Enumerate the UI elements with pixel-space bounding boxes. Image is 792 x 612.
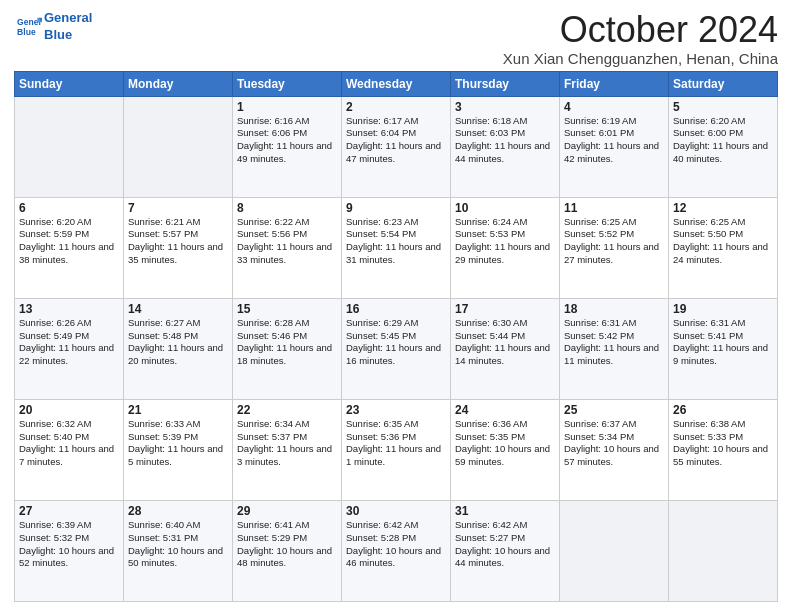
calendar-week-2: 6Sunrise: 6:20 AM Sunset: 5:59 PM Daylig… — [15, 197, 778, 298]
day-info: Sunrise: 6:36 AM Sunset: 5:35 PM Dayligh… — [455, 418, 555, 469]
calendar-cell — [560, 500, 669, 601]
calendar-cell: 15Sunrise: 6:28 AM Sunset: 5:46 PM Dayli… — [233, 298, 342, 399]
calendar-cell: 6Sunrise: 6:20 AM Sunset: 5:59 PM Daylig… — [15, 197, 124, 298]
day-info: Sunrise: 6:23 AM Sunset: 5:54 PM Dayligh… — [346, 216, 446, 267]
day-number: 6 — [19, 201, 119, 215]
day-info: Sunrise: 6:25 AM Sunset: 5:50 PM Dayligh… — [673, 216, 773, 267]
weekday-header-row: SundayMondayTuesdayWednesdayThursdayFrid… — [15, 71, 778, 96]
day-info: Sunrise: 6:37 AM Sunset: 5:34 PM Dayligh… — [564, 418, 664, 469]
logo-blue: Blue — [44, 27, 72, 42]
day-info: Sunrise: 6:22 AM Sunset: 5:56 PM Dayligh… — [237, 216, 337, 267]
day-info: Sunrise: 6:25 AM Sunset: 5:52 PM Dayligh… — [564, 216, 664, 267]
calendar-cell — [15, 96, 124, 197]
day-info: Sunrise: 6:38 AM Sunset: 5:33 PM Dayligh… — [673, 418, 773, 469]
calendar-week-1: 1Sunrise: 6:16 AM Sunset: 6:06 PM Daylig… — [15, 96, 778, 197]
calendar-cell: 26Sunrise: 6:38 AM Sunset: 5:33 PM Dayli… — [669, 399, 778, 500]
day-number: 1 — [237, 100, 337, 114]
day-number: 7 — [128, 201, 228, 215]
weekday-wednesday: Wednesday — [342, 71, 451, 96]
day-info: Sunrise: 6:20 AM Sunset: 6:00 PM Dayligh… — [673, 115, 773, 166]
calendar-cell: 30Sunrise: 6:42 AM Sunset: 5:28 PM Dayli… — [342, 500, 451, 601]
logo-general: General — [44, 10, 92, 25]
day-info: Sunrise: 6:19 AM Sunset: 6:01 PM Dayligh… — [564, 115, 664, 166]
weekday-saturday: Saturday — [669, 71, 778, 96]
calendar-cell: 28Sunrise: 6:40 AM Sunset: 5:31 PM Dayli… — [124, 500, 233, 601]
day-number: 29 — [237, 504, 337, 518]
calendar-cell — [669, 500, 778, 601]
calendar-cell: 1Sunrise: 6:16 AM Sunset: 6:06 PM Daylig… — [233, 96, 342, 197]
day-info: Sunrise: 6:30 AM Sunset: 5:44 PM Dayligh… — [455, 317, 555, 368]
day-info: Sunrise: 6:34 AM Sunset: 5:37 PM Dayligh… — [237, 418, 337, 469]
calendar-cell: 9Sunrise: 6:23 AM Sunset: 5:54 PM Daylig… — [342, 197, 451, 298]
calendar-cell: 18Sunrise: 6:31 AM Sunset: 5:42 PM Dayli… — [560, 298, 669, 399]
calendar-cell: 19Sunrise: 6:31 AM Sunset: 5:41 PM Dayli… — [669, 298, 778, 399]
weekday-thursday: Thursday — [451, 71, 560, 96]
day-number: 4 — [564, 100, 664, 114]
day-info: Sunrise: 6:17 AM Sunset: 6:04 PM Dayligh… — [346, 115, 446, 166]
calendar-cell: 17Sunrise: 6:30 AM Sunset: 5:44 PM Dayli… — [451, 298, 560, 399]
day-number: 20 — [19, 403, 119, 417]
page-subtitle: Xun Xian Chengguanzhen, Henan, China — [503, 50, 778, 67]
calendar-cell: 8Sunrise: 6:22 AM Sunset: 5:56 PM Daylig… — [233, 197, 342, 298]
day-number: 12 — [673, 201, 773, 215]
day-number: 15 — [237, 302, 337, 316]
calendar-cell: 29Sunrise: 6:41 AM Sunset: 5:29 PM Dayli… — [233, 500, 342, 601]
day-info: Sunrise: 6:31 AM Sunset: 5:41 PM Dayligh… — [673, 317, 773, 368]
weekday-friday: Friday — [560, 71, 669, 96]
calendar-cell: 13Sunrise: 6:26 AM Sunset: 5:49 PM Dayli… — [15, 298, 124, 399]
logo-icon: General Blue — [14, 13, 42, 41]
calendar-cell: 11Sunrise: 6:25 AM Sunset: 5:52 PM Dayli… — [560, 197, 669, 298]
weekday-tuesday: Tuesday — [233, 71, 342, 96]
day-info: Sunrise: 6:42 AM Sunset: 5:27 PM Dayligh… — [455, 519, 555, 570]
day-number: 28 — [128, 504, 228, 518]
calendar-week-5: 27Sunrise: 6:39 AM Sunset: 5:32 PM Dayli… — [15, 500, 778, 601]
day-info: Sunrise: 6:32 AM Sunset: 5:40 PM Dayligh… — [19, 418, 119, 469]
day-number: 25 — [564, 403, 664, 417]
day-number: 23 — [346, 403, 446, 417]
day-info: Sunrise: 6:28 AM Sunset: 5:46 PM Dayligh… — [237, 317, 337, 368]
day-number: 21 — [128, 403, 228, 417]
calendar-cell: 21Sunrise: 6:33 AM Sunset: 5:39 PM Dayli… — [124, 399, 233, 500]
day-number: 11 — [564, 201, 664, 215]
day-number: 22 — [237, 403, 337, 417]
calendar-cell: 2Sunrise: 6:17 AM Sunset: 6:04 PM Daylig… — [342, 96, 451, 197]
logo-text: General Blue — [44, 10, 92, 44]
day-number: 9 — [346, 201, 446, 215]
calendar-cell: 7Sunrise: 6:21 AM Sunset: 5:57 PM Daylig… — [124, 197, 233, 298]
day-info: Sunrise: 6:24 AM Sunset: 5:53 PM Dayligh… — [455, 216, 555, 267]
calendar-cell: 3Sunrise: 6:18 AM Sunset: 6:03 PM Daylig… — [451, 96, 560, 197]
svg-text:Blue: Blue — [17, 27, 36, 37]
day-number: 24 — [455, 403, 555, 417]
day-number: 13 — [19, 302, 119, 316]
page-title: October 2024 — [503, 10, 778, 50]
calendar-cell — [124, 96, 233, 197]
day-number: 10 — [455, 201, 555, 215]
title-block: October 2024 Xun Xian Chengguanzhen, Hen… — [503, 10, 778, 67]
day-number: 31 — [455, 504, 555, 518]
calendar-cell: 20Sunrise: 6:32 AM Sunset: 5:40 PM Dayli… — [15, 399, 124, 500]
calendar-cell: 25Sunrise: 6:37 AM Sunset: 5:34 PM Dayli… — [560, 399, 669, 500]
day-info: Sunrise: 6:39 AM Sunset: 5:32 PM Dayligh… — [19, 519, 119, 570]
day-info: Sunrise: 6:20 AM Sunset: 5:59 PM Dayligh… — [19, 216, 119, 267]
calendar-cell: 31Sunrise: 6:42 AM Sunset: 5:27 PM Dayli… — [451, 500, 560, 601]
day-info: Sunrise: 6:18 AM Sunset: 6:03 PM Dayligh… — [455, 115, 555, 166]
weekday-monday: Monday — [124, 71, 233, 96]
calendar-table: SundayMondayTuesdayWednesdayThursdayFrid… — [14, 71, 778, 602]
calendar-week-3: 13Sunrise: 6:26 AM Sunset: 5:49 PM Dayli… — [15, 298, 778, 399]
calendar-cell: 23Sunrise: 6:35 AM Sunset: 5:36 PM Dayli… — [342, 399, 451, 500]
day-number: 17 — [455, 302, 555, 316]
calendar-cell: 14Sunrise: 6:27 AM Sunset: 5:48 PM Dayli… — [124, 298, 233, 399]
weekday-sunday: Sunday — [15, 71, 124, 96]
day-number: 8 — [237, 201, 337, 215]
calendar-week-4: 20Sunrise: 6:32 AM Sunset: 5:40 PM Dayli… — [15, 399, 778, 500]
logo: General Blue General Blue — [14, 10, 92, 44]
day-number: 16 — [346, 302, 446, 316]
day-info: Sunrise: 6:41 AM Sunset: 5:29 PM Dayligh… — [237, 519, 337, 570]
calendar-cell: 5Sunrise: 6:20 AM Sunset: 6:00 PM Daylig… — [669, 96, 778, 197]
day-number: 19 — [673, 302, 773, 316]
day-info: Sunrise: 6:40 AM Sunset: 5:31 PM Dayligh… — [128, 519, 228, 570]
calendar-cell: 22Sunrise: 6:34 AM Sunset: 5:37 PM Dayli… — [233, 399, 342, 500]
day-number: 27 — [19, 504, 119, 518]
day-number: 2 — [346, 100, 446, 114]
calendar-cell: 10Sunrise: 6:24 AM Sunset: 5:53 PM Dayli… — [451, 197, 560, 298]
